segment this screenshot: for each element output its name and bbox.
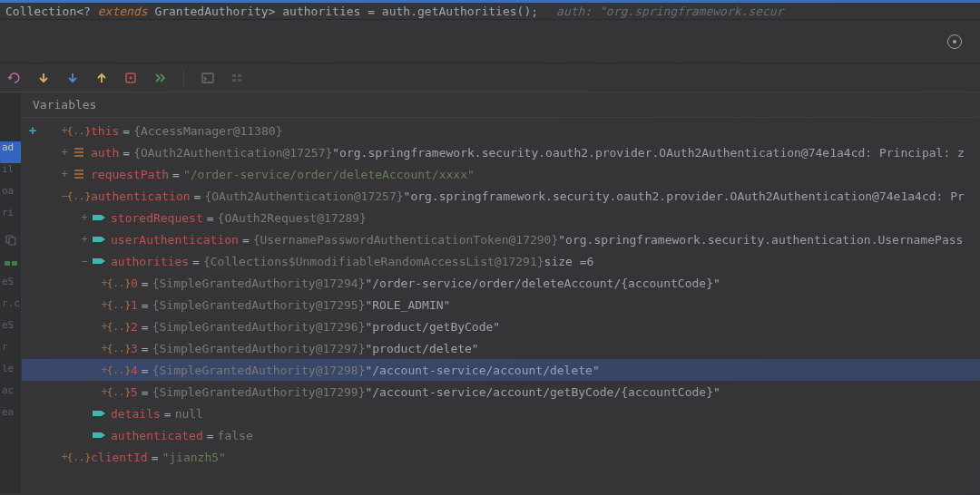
variables-tree: ++{..}this = {AccessManager@11380}+auth … xyxy=(22,118,980,468)
field-tag-icon xyxy=(91,255,107,267)
object-reference: {OAuth2Request@17289} xyxy=(218,211,367,225)
null-value: null xyxy=(175,407,203,421)
array-index: 0 xyxy=(131,277,138,290)
tree-expander[interactable]: + xyxy=(58,146,71,159)
svg-rect-10 xyxy=(12,261,17,266)
equals-sign: = xyxy=(142,385,149,399)
add-watch-icon[interactable]: + xyxy=(29,123,36,138)
variable-row[interactable]: +{..}5 = {SimpleGrantedAuthority@17299} … xyxy=(22,381,980,403)
variable-row[interactable]: +auth = {OAuth2Authentication@17257} "or… xyxy=(22,141,980,163)
object-reference: {SimpleGrantedAuthority@17294} xyxy=(152,277,366,290)
tree-expander[interactable]: + xyxy=(58,168,71,180)
gutter-item[interactable]: le xyxy=(0,363,21,384)
gutter-item[interactable]: r xyxy=(0,341,21,363)
debug-toolbar xyxy=(0,63,980,92)
equals-sign: = xyxy=(192,255,200,268)
field-tag-icon xyxy=(91,429,107,442)
code-token-extends: extends xyxy=(98,5,148,18)
svg-rect-6 xyxy=(238,79,241,82)
variable-row[interactable]: details = null xyxy=(22,403,980,424)
object-reference: {Collections$UnmodifiableRandomAccessLis… xyxy=(203,255,544,268)
svg-rect-4 xyxy=(238,74,241,77)
string-value: "/order-service/order/deleteAccount/xxxx… xyxy=(183,168,475,181)
object-braces-icon: {..} xyxy=(71,189,87,202)
variable-name: storedRequest xyxy=(111,211,203,225)
gutter-item[interactable]: il xyxy=(0,163,21,185)
gutter-item[interactable] xyxy=(0,120,21,141)
code-token-obj: auth xyxy=(382,5,410,18)
gutter-item[interactable]: eS xyxy=(0,319,21,341)
code-token-class: GrantedAuthority xyxy=(154,5,268,18)
gutter-item[interactable]: ad xyxy=(0,141,21,163)
target-icon[interactable] xyxy=(947,34,962,49)
object-braces-icon: {..} xyxy=(111,385,127,398)
variable-row[interactable]: +userAuthentication = {UsernamePasswordA… xyxy=(22,228,980,250)
gutter-item[interactable]: r.c xyxy=(0,297,21,319)
variable-row[interactable]: ++{..}this = {AccessManager@11380} xyxy=(22,120,980,141)
equals-sign: = xyxy=(207,429,214,442)
code-token-generic-close: > xyxy=(269,5,276,18)
variable-row[interactable]: +{..}clientId = "jianzh5" xyxy=(22,446,980,468)
variable-row[interactable]: +{..}1 = {SimpleGrantedAuthority@17295} … xyxy=(22,294,980,315)
tree-expander[interactable]: + xyxy=(78,233,91,246)
variable-row[interactable]: +{..}4 = {SimpleGrantedAuthority@17298} … xyxy=(22,359,980,381)
resume-icon[interactable] xyxy=(151,69,169,87)
struct-icon xyxy=(71,168,87,180)
array-index: 2 xyxy=(131,320,138,334)
variable-row[interactable]: +{..}3 = {SimpleGrantedAuthority@17297} … xyxy=(22,337,980,359)
tree-expander[interactable]: + xyxy=(78,211,91,224)
array-index: 4 xyxy=(131,364,138,377)
variables-panel: Variables ++{..}this = {AccessManager@11… xyxy=(22,92,980,493)
equals-sign: = xyxy=(142,277,149,290)
gutter-item[interactable]: ea xyxy=(0,406,21,428)
code-token-parens: (); xyxy=(517,5,538,18)
step-into-icon[interactable] xyxy=(64,69,82,87)
code-token-method: getAuthorities xyxy=(417,5,517,18)
left-gutter: ad il oa ri eS r.c eS r le ac ea xyxy=(0,92,22,493)
object-reference: {AccessManager@11380} xyxy=(133,124,282,138)
array-index: 1 xyxy=(131,298,138,312)
console-icon[interactable] xyxy=(199,69,217,87)
evaluate-expression-icon[interactable] xyxy=(122,69,140,87)
variable-row[interactable]: +{..}2 = {SimpleGrantedAuthority@17296} … xyxy=(22,315,980,337)
panel-header-bar xyxy=(0,20,980,63)
variable-row[interactable]: authenticated = false xyxy=(22,424,980,446)
copy-icon[interactable] xyxy=(0,228,21,252)
toolbar-separator xyxy=(183,69,184,87)
gutter-item[interactable]: oa xyxy=(0,185,21,207)
layout-settings-icon[interactable] xyxy=(228,69,246,87)
gutter-item[interactable]: eS xyxy=(0,276,21,297)
step-over-icon[interactable] xyxy=(34,69,53,87)
struct-icon xyxy=(71,146,87,159)
add-watch-gutter: + xyxy=(22,123,44,138)
variable-name: requestPath xyxy=(91,168,169,181)
object-reference: {SimpleGrantedAuthority@17296} xyxy=(152,320,366,334)
object-reference: {OAuth2Authentication@17257} xyxy=(204,189,403,203)
variable-name: details xyxy=(111,407,161,421)
variable-row[interactable]: +{..}0 = {SimpleGrantedAuthority@17294} … xyxy=(22,272,980,294)
size-label: size = xyxy=(544,255,587,268)
variable-row[interactable]: +requestPath = "/order-service/order/del… xyxy=(22,163,980,185)
variables-tab[interactable]: Variables xyxy=(22,92,980,118)
string-value: "product/getByCode" xyxy=(365,320,500,334)
equals-sign: = xyxy=(152,451,159,464)
gutter-item[interactable]: ri xyxy=(0,207,21,228)
step-out-icon[interactable] xyxy=(93,69,111,87)
equals-sign: = xyxy=(164,407,172,421)
variable-row[interactable]: −{..}authentication = {OAuth2Authenticat… xyxy=(22,185,980,207)
code-token-var: authorities xyxy=(282,5,360,18)
tree-expander[interactable]: − xyxy=(78,255,91,267)
object-reference: {SimpleGrantedAuthority@17297} xyxy=(152,342,366,355)
string-value: "org.springframework.security.authentica… xyxy=(558,233,963,247)
variable-row[interactable]: +storedRequest = {OAuth2Request@17289} xyxy=(22,207,980,228)
gutter-item[interactable]: ac xyxy=(0,384,21,406)
rerun-icon[interactable] xyxy=(5,69,24,87)
variable-row[interactable]: −authorities = {Collections$Unmodifiable… xyxy=(22,250,980,272)
watch-icon[interactable] xyxy=(0,252,21,276)
equals-sign: = xyxy=(142,320,149,334)
inline-debug-hint: auth: "org.springframework.secur xyxy=(556,5,783,18)
code-token-type: Collection xyxy=(5,5,76,18)
object-braces-icon: {..} xyxy=(71,451,87,463)
variable-name: auth xyxy=(91,146,119,160)
object-reference: {UsernamePasswordAuthenticationToken@172… xyxy=(253,233,559,247)
